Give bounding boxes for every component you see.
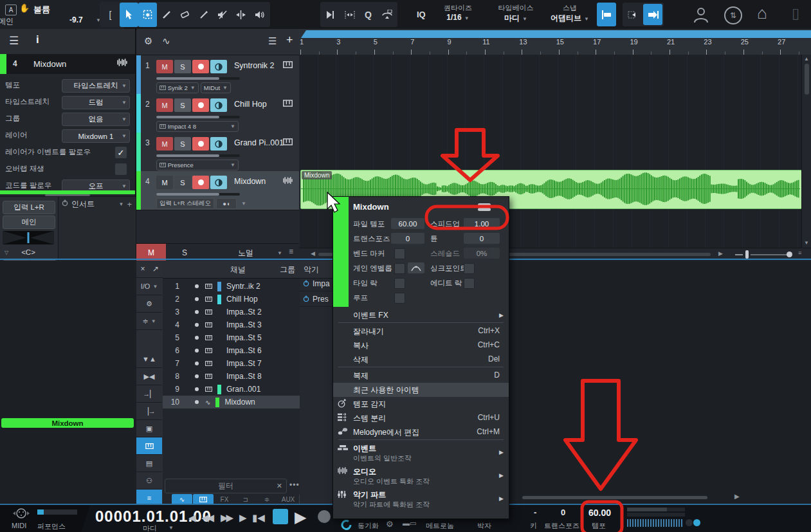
- users-icon[interactable]: ⚇: [136, 472, 162, 490]
- console-channel-row-Impa..St 3[interactable]: 4 Impa..St 3: [163, 318, 300, 331]
- display-icon[interactable]: ▬▭: [403, 519, 416, 527]
- menu-checkbox-루프[interactable]: [394, 293, 405, 304]
- hamburger-icon[interactable]: ☰: [9, 34, 18, 48]
- zoom-tool[interactable]: Q: [359, 3, 378, 27]
- track-volume-slider[interactable]: [156, 116, 240, 118]
- gear-icon[interactable]: ⚙: [386, 519, 394, 529]
- scroll-down-icon[interactable]: ▼: [804, 240, 809, 246]
- range-tool[interactable]: ✱: [138, 3, 157, 27]
- iq-toggle[interactable]: IQ: [417, 10, 426, 19]
- loop-record-icon[interactable]: [341, 519, 352, 531]
- power-icon[interactable]: [303, 295, 309, 302]
- record-button[interactable]: [318, 510, 331, 523]
- track-mute-button[interactable]: M: [156, 176, 173, 189]
- position-unit-dropdown[interactable]: 마디: [143, 524, 157, 532]
- zoom-presets-icon[interactable]: ≡: [798, 250, 801, 256]
- track-monitor-button[interactable]: [210, 176, 227, 189]
- menu-item-오디오[interactable]: 오디오 오디오 이벤트 특화 조작 ▶: [333, 464, 509, 488]
- chevron-down-icon[interactable]: ▼: [241, 201, 246, 206]
- automation-curve-icon[interactable]: ∿: [162, 35, 170, 47]
- power-icon[interactable]: [303, 280, 309, 287]
- track-record-button[interactable]: [192, 98, 209, 112]
- midi-input-chip[interactable]: MIDut ▼: [201, 82, 231, 93]
- menu-checkbox-타임 락[interactable]: [394, 278, 405, 289]
- scroll-right-icon[interactable]: ▶: [718, 250, 723, 257]
- track-solo-button[interactable]: S: [174, 98, 191, 112]
- performance-meter[interactable]: [37, 509, 77, 515]
- track-record-button[interactable]: [192, 176, 209, 189]
- menu-item-이벤트 FX[interactable]: 이벤트 FX ▶: [333, 308, 509, 322]
- row-dropdown[interactable]: 드럼▼: [62, 96, 130, 109]
- console-channel-row-Impa..St 2[interactable]: 3 Impa..St 2: [163, 306, 300, 318]
- console-channel-row-Gran..001[interactable]: 9 Gran..001: [163, 383, 300, 396]
- close-icon[interactable]: ×: [136, 264, 149, 273]
- zoom-slider-handle[interactable]: [745, 250, 749, 259]
- narrow-icon[interactable]: ▶◀: [136, 368, 162, 385]
- power-icon[interactable]: [62, 199, 68, 206]
- menu-item-복사[interactable]: 복사 Ctrl+C: [333, 338, 509, 353]
- split-tool[interactable]: [157, 3, 176, 27]
- menu-item-복제[interactable]: 복제 D: [333, 369, 509, 383]
- menu-item-템포 감지[interactable]: 템포 감지: [333, 397, 509, 411]
- loop-range-bar[interactable]: [301, 30, 811, 38]
- track-color-strip[interactable]: [0, 54, 6, 74]
- zoom-in-icon[interactable]: [787, 252, 792, 257]
- channel-input-button[interactable]: 입력 L+R: [3, 201, 55, 214]
- inspector-scrollbar[interactable]: [45, 194, 90, 196]
- channel-output-button[interactable]: 메인: [3, 216, 55, 229]
- menu-item-이벤트[interactable]: 이벤트 이벤트의 일반조작 ▶: [333, 441, 509, 464]
- menu-item-스템 분리[interactable]: 스템 분리 Ctrl+U: [333, 411, 509, 425]
- track-record-button[interactable]: [192, 137, 209, 151]
- menu-checkbox-싱크포인트[interactable]: [464, 263, 475, 274]
- mixer-scroll-right-icon[interactable]: ▶: [734, 493, 740, 500]
- track-color-strip[interactable]: [136, 133, 141, 171]
- next-bar-button[interactable]: ▶: [239, 512, 247, 524]
- track-header-Syntronik 2[interactable]: 1 M S Syntronik 2 Synik 2 ▼MIDut ▼: [136, 55, 299, 95]
- timebase-dropdown[interactable]: 타임베이스 마디▼: [489, 3, 543, 24]
- menu-field-파일 템포[interactable]: 60.00: [391, 218, 424, 229]
- track-header-Grand Pi..001[interactable]: 3 M S Grand Pi..001 Presence▼: [136, 133, 299, 172]
- timeline-ruler[interactable]: 13579111315171921232527: [299, 29, 811, 55]
- menu-item-Melodyne에서 편집[interactable]: Melodyne에서 편집 Ctrl+M: [333, 425, 509, 439]
- audio-input-chip[interactable]: 입력 L+R 스테레오: [156, 198, 214, 209]
- chevron-down-icon[interactable]: ▼: [118, 201, 123, 207]
- bend-marker-tool[interactable]: [378, 3, 396, 27]
- updates-icon[interactable]: ⇅: [724, 6, 742, 24]
- track-solo-button[interactable]: S: [174, 137, 191, 151]
- track-name[interactable]: Mixdown: [234, 177, 266, 186]
- channel-column-header[interactable]: 채널: [230, 264, 246, 275]
- track-color-strip[interactable]: [136, 94, 141, 133]
- track-volume-slider[interactable]: [156, 193, 240, 196]
- collapse-icon[interactable]: ▼▲: [136, 351, 162, 368]
- console-channel-row-Mixdown[interactable]: 10 ∿ Mixdown: [163, 396, 300, 408]
- console-channel-row-Impa..St 8[interactable]: 8 Impa..St 8: [163, 370, 300, 383]
- track-header-Mixdown[interactable]: 4 M S Mixdown 입력 L+R 스테레오●◖▼: [136, 171, 299, 210]
- track-color-strip[interactable]: [136, 171, 141, 210]
- quantize-dropdown[interactable]: 퀀타이즈 1/16▼: [432, 3, 484, 22]
- console-channel-row-Syntr..ik 2[interactable]: 1 Syntr..ik 2: [163, 280, 300, 293]
- key-value[interactable]: -: [534, 508, 536, 517]
- track-name[interactable]: Chill Hop: [234, 100, 267, 109]
- filter-input[interactable]: 필터 ✕: [165, 479, 287, 493]
- row-checkbox[interactable]: ✓: [114, 146, 127, 159]
- instrument-output-chip[interactable]: Impact 4 8▼: [156, 121, 239, 132]
- track-volume-slider[interactable]: [156, 77, 240, 80]
- track-monitor-button[interactable]: [210, 60, 227, 73]
- menu-item-잘라내기[interactable]: 잘라내기 Ctrl+X: [333, 324, 509, 338]
- row-dropdown[interactable]: 타임스트레치▼: [62, 79, 130, 93]
- menu-field-트랜스포즈[interactable]: 0: [391, 233, 424, 244]
- instrument-output-chip[interactable]: Presence▼: [156, 160, 239, 170]
- console-channel-row-Chill Hop[interactable]: 2 Chill Hop: [163, 293, 300, 306]
- instrument-column-header[interactable]: 악기: [304, 264, 319, 275]
- console-channel-row-Impa..St 7[interactable]: 7 Impa..St 7: [163, 357, 300, 370]
- play-button[interactable]: ▶: [295, 508, 306, 526]
- clear-filter-icon[interactable]: ✕: [277, 482, 282, 490]
- track-mute-button[interactable]: M: [156, 137, 173, 151]
- add-track-button[interactable]: +: [286, 33, 293, 47]
- group-column-header[interactable]: 그룹: [280, 264, 295, 275]
- track-color-strip[interactable]: [136, 55, 141, 94]
- follow-playhead-button[interactable]: [643, 4, 662, 25]
- menu-checkbox-벤드 마커[interactable]: [394, 248, 405, 259]
- zoom-out-icon[interactable]: [735, 254, 743, 255]
- tempo-value[interactable]: 60.00: [588, 508, 611, 518]
